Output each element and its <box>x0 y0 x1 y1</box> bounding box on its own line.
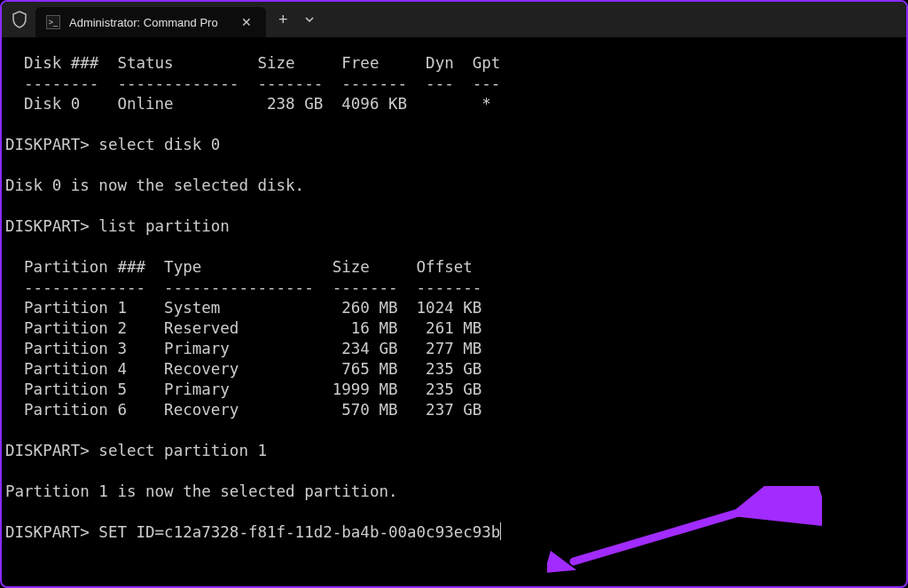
tab-title: Administrator: Command Pro <box>69 16 229 29</box>
text-cursor <box>500 522 501 540</box>
disk-table-row: Disk 0 Online 238 GB 4096 KB * <box>5 95 491 113</box>
terminal-icon: >_ <box>46 15 60 29</box>
prompt-line-current: DISKPART> SET ID=c12a7328-f81f-11d2-ba4b… <box>5 523 500 541</box>
partition-table-row: Partition 4 Recovery 765 MB 235 GB <box>5 360 481 378</box>
shield-icon <box>7 7 32 32</box>
tab-dropdown-button[interactable] <box>304 12 315 28</box>
disk-table-divider: -------- ------------- ------- ------- -… <box>5 74 500 92</box>
partition-table-row: Partition 5 Primary 1999 MB 235 GB <box>5 380 481 398</box>
window-titlebar: >_ Administrator: Command Pro ✕ + <box>2 2 906 37</box>
response-line: Partition 1 is now the selected partitio… <box>5 482 398 500</box>
partition-table-divider: ------------- ---------------- ------- -… <box>5 278 481 296</box>
disk-table-header: Disk ### Status Size Free Dyn Gpt <box>5 54 500 72</box>
prompt-line: DISKPART> list partition <box>5 217 230 235</box>
partition-table-row: Partition 2 Reserved 16 MB 261 MB <box>5 319 481 337</box>
response-line: Disk 0 is now the selected disk. <box>5 176 304 194</box>
partition-table-row: Partition 3 Primary 234 GB 277 MB <box>5 340 481 357</box>
new-tab-button[interactable]: + <box>278 11 288 29</box>
prompt-line: DISKPART> select disk 0 <box>5 136 220 153</box>
prompt-line: DISKPART> select partition 1 <box>5 442 267 459</box>
partition-table-row: Partition 1 System 260 MB 1024 KB <box>5 299 481 317</box>
partition-table-header: Partition ### Type Size Offset <box>5 258 473 276</box>
partition-table-row: Partition 6 Recovery 570 MB 237 GB <box>5 401 481 419</box>
terminal-output[interactable]: Disk ### Status Size Free Dyn Gpt ------… <box>2 37 906 546</box>
active-tab[interactable]: >_ Administrator: Command Pro ✕ <box>35 7 266 37</box>
close-tab-button[interactable]: ✕ <box>238 13 255 31</box>
